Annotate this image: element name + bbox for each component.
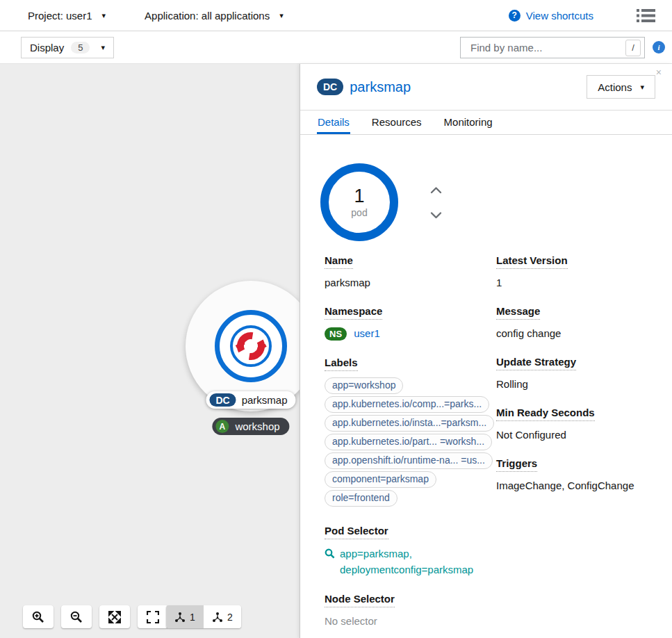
topology-graph-icon [174, 612, 186, 623]
namespace-label: Namespace [325, 305, 382, 320]
info-icon[interactable]: i [653, 41, 665, 54]
project-selector-label: Project: user1 [28, 10, 92, 22]
detail-min-ready-seconds: Min Ready Seconds Not Configured [496, 407, 655, 442]
slash-shortcut-key: / [625, 40, 641, 56]
canvas-zoom-controls [23, 605, 168, 628]
detail-labels: Labels app=workshop app.kubernetes.io/co… [325, 357, 496, 507]
fullscreen-button[interactable] [138, 605, 168, 628]
chevron-down-icon: ▾ [102, 12, 106, 19]
application-selector-label: Application: all applications [145, 10, 270, 22]
display-dropdown[interactable]: Display 5 ▾ [21, 37, 114, 58]
list-view-toggle-button[interactable] [637, 8, 655, 23]
application-selector[interactable]: Application: all applications ▾ [145, 10, 284, 22]
label-chip[interactable]: app.openshift.io/runtime-na... =us... [325, 452, 493, 469]
triggers-value: ImageChange, ConfigChange [496, 478, 655, 493]
name-label: Name [325, 254, 353, 269]
detail-pod-selector: Pod Selector app=parksmap, deploymentcon… [325, 525, 496, 578]
label-chip[interactable]: app.kubernetes.io/comp...=parks... [325, 396, 489, 413]
latest-version-label: Latest Version [496, 254, 568, 269]
node-selector-label: Node Selector [325, 593, 395, 607]
scale-up-button chevron-up-icon[interactable] [430, 186, 442, 194]
parksmap-node[interactable] [215, 310, 287, 382]
topology-mode-two-button[interactable]: 2 [204, 605, 241, 628]
node-label-pill[interactable]: DC parksmap [206, 391, 295, 409]
label-chip[interactable]: component=parksmap [325, 471, 436, 488]
detail-node-selector: Node Selector No selector [325, 593, 496, 628]
pod-count-value: 1 [354, 186, 364, 207]
tab-monitoring[interactable]: Monitoring [443, 111, 493, 134]
latest-version-value: 1 [496, 275, 655, 290]
node-label: parksmap [242, 394, 288, 406]
label-chip[interactable]: app.kubernetes.io/part... =worksh... [325, 434, 492, 450]
actions-dropdown[interactable]: Actions ▾ [587, 75, 655, 99]
scale-down-button chevron-down-icon[interactable] [430, 211, 442, 219]
side-panel-header: DC parksmap Actions ▾ [300, 64, 672, 111]
chevron-down-icon: ▾ [101, 44, 105, 51]
triggers-label: Triggers [496, 457, 537, 472]
pod-count-donut[interactable]: 1 pod [320, 163, 398, 241]
update-strategy-value: Rolling [496, 377, 655, 391]
pod-selector-link[interactable]: app=parksmap, deploymentconfig=parksmap [325, 546, 496, 578]
topology-mode-one-count: 1 [190, 612, 195, 623]
side-panel-body: 1 pod Name [300, 135, 672, 638]
min-ready-seconds-label: Min Ready Seconds [496, 407, 595, 421]
node-selector-value: No selector [325, 614, 496, 628]
list-icon [637, 8, 655, 23]
topology-mode-one-button[interactable]: 1 [166, 605, 204, 628]
min-ready-seconds-value: Not Configured [496, 427, 655, 442]
application-badge: A [215, 420, 229, 433]
detail-update-strategy: Update Strategy Rolling [496, 356, 655, 391]
message-label: Message [496, 305, 540, 320]
application-group-label-pill[interactable]: A workshop [212, 418, 289, 435]
zoom-in-icon [32, 611, 44, 623]
search-input[interactable] [469, 41, 625, 54]
dc-badge: DC [317, 79, 343, 95]
message-value: config change [496, 326, 655, 341]
tab-details[interactable]: Details [317, 111, 350, 134]
zoom-out-button[interactable] [61, 605, 92, 628]
find-by-name-field: / [460, 37, 645, 58]
side-panel-tabs: Details Resources Monitoring [300, 111, 672, 135]
pod-donut-section: 1 pod [320, 163, 655, 241]
project-selector[interactable]: Project: user1 ▾ [28, 10, 106, 22]
topology-page: Project: user1 ▾ Application: all applic… [0, 0, 672, 638]
close-icon[interactable]: × [656, 67, 662, 77]
consumption-toggle: 1 2 [166, 605, 241, 628]
question-circle-icon: ? [509, 10, 521, 22]
topology-toolbar: Display 5 ▾ / i [0, 31, 672, 64]
actions-dropdown-label: Actions [598, 81, 632, 93]
detail-namespace: Namespace NS user1 [325, 305, 496, 341]
label-chip[interactable]: app=workshop [325, 377, 403, 394]
zoom-out-icon [70, 611, 83, 623]
detail-message: Message config change [496, 305, 655, 341]
resource-title-link[interactable]: parksmap [350, 79, 587, 95]
topology-graph-icon [212, 612, 223, 623]
detail-latest-version: Latest Version 1 [496, 254, 655, 290]
label-chip[interactable]: app.kubernetes.io/insta...=parksm... [325, 415, 494, 432]
pod-count-unit: pod [351, 207, 367, 218]
view-shortcuts-label: View shortcuts [526, 10, 593, 22]
view-shortcuts-link[interactable]: ? View shortcuts [509, 10, 593, 22]
fit-to-screen-icon [108, 611, 121, 623]
openshift-logo-icon [229, 324, 273, 368]
name-value: parksmap [325, 275, 496, 290]
fit-to-screen-button[interactable] [99, 605, 130, 628]
pod-selector-label: Pod Selector [325, 525, 388, 539]
label-chip[interactable]: role=frontend [325, 490, 398, 507]
labels-label: Labels [325, 357, 358, 371]
dc-badge: DC [209, 393, 236, 407]
chevron-down-icon: ▾ [640, 83, 644, 91]
fullscreen-icon [147, 611, 159, 623]
display-count-badge: 5 [71, 42, 90, 54]
detail-name: Name parksmap [325, 254, 496, 290]
namespace-link[interactable]: user1 [354, 327, 380, 339]
topology-canvas[interactable]: DC parksmap A workshop [0, 64, 672, 638]
details-right-column: Latest Version 1 Message config change U… [496, 254, 655, 638]
resource-side-panel: × DC parksmap Actions ▾ Details Resource… [300, 64, 672, 638]
ns-badge: NS [325, 327, 347, 341]
application-group-label: workshop [235, 420, 279, 432]
tab-resources[interactable]: Resources [371, 111, 423, 134]
pod-selector-text: app=parksmap, deploymentconfig=parksmap [340, 546, 473, 578]
pod-scale-controls [430, 163, 442, 241]
zoom-in-button[interactable] [23, 605, 54, 628]
